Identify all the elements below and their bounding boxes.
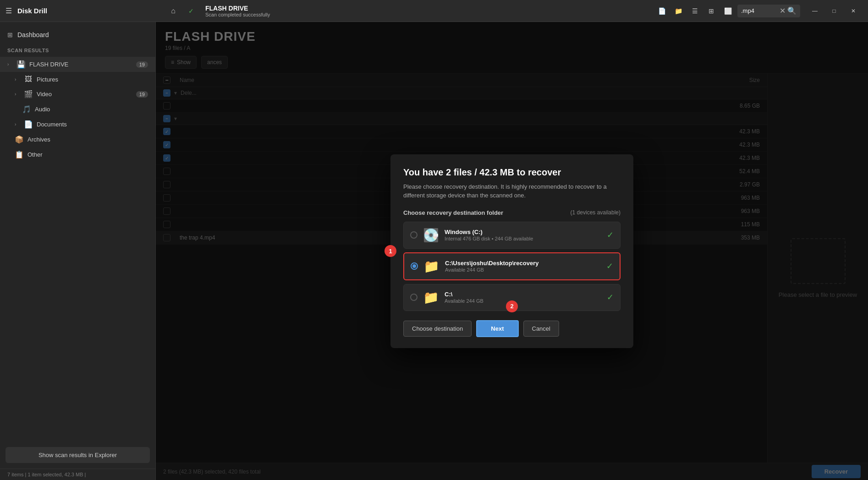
drive-name: FLASH DRIVE [205,5,270,12]
folder-icon-desktop-recovery: 📁 [423,259,439,274]
sidebar-item-other[interactable]: 📋 Other [0,147,155,162]
sidebar-label-video: Video [37,91,132,98]
dashboard-button[interactable]: ⊞ Dashboard [0,27,155,42]
sidebar-item-video[interactable]: › 🎬 Video 19 [0,87,155,102]
sidebar-label-documents: Documents [37,121,148,128]
chevron-icon: › [7,62,13,67]
check-icon-desktop-recovery: ✓ [606,261,613,271]
sidebar-item-documents[interactable]: › 📄 Documents [0,117,155,132]
dest-sub-c-root: Available 244 GB [445,298,601,304]
close-button[interactable]: ✕ [844,4,863,18]
search-box[interactable]: ✕ 🔍 [737,5,800,17]
maximize-button[interactable]: □ [825,4,843,18]
sidebar-item-pictures[interactable]: › 🖼 Pictures [0,72,155,87]
documents-icon: 📄 [24,120,33,129]
title-bar-left: ☰ Disk Drill [5,6,161,15]
sidebar-item-archives[interactable]: 📦 Archives [0,132,155,147]
hamburger-icon[interactable]: ☰ [5,6,12,15]
list-icon[interactable]: ☰ [688,4,702,18]
dest-info-desktop-recovery: C:\Users\joshu\Desktop\recovery Availabl… [445,260,601,273]
modal-overlay: 1 You have 2 files / 42.3 MB to recover … [156,22,868,480]
check-icon-windows-c: ✓ [607,230,614,240]
folder-icon[interactable]: 📁 [671,4,685,18]
modal-devices-count: (1 devices available) [571,209,621,216]
chevron-icon: › [15,122,20,127]
show-explorer-button[interactable]: Show scan results in Explorer [5,447,150,463]
radio-button-c-root[interactable] [410,294,418,301]
radio-button-desktop-recovery[interactable] [411,262,418,270]
title-bar-icons: 📄 📁 ☰ ⊞ ⬜ ✕ 🔍 [655,4,800,18]
chevron-icon: › [15,77,20,82]
other-icon: 📋 [15,150,24,159]
content-area: FLASH DRIVE 19 files / A ≡ Show ances − [156,22,868,480]
sidebar: ⊞ Dashboard Scan results › 💾 FLASH DRIVE… [0,22,156,480]
check-icon-c-root: ✓ [607,292,614,302]
sidebar-item-flash-drive[interactable]: › 💾 FLASH DRIVE 19 [0,57,155,72]
sidebar-item-audio[interactable]: 🎵 Audio [0,102,155,117]
app-title: Disk Drill [17,7,47,15]
cancel-button[interactable]: Cancel [523,321,559,337]
dest-sub-windows-c: Internal 476 GB disk • 244 GB available [445,236,601,241]
dest-name-desktop-recovery: C:\Users\joshu\Desktop\recovery [445,260,601,267]
audio-icon: 🎵 [22,105,31,114]
search-icon[interactable]: 🔍 [787,6,797,15]
chevron-icon: › [15,92,20,97]
dashboard-label: Dashboard [17,31,49,38]
grid-icon[interactable]: ⊞ [704,4,718,18]
dest-info-windows-c: Windows (C:) Internal 476 GB disk • 244 … [445,229,601,241]
dest-name-c-root: C:\ [445,291,601,298]
radio-button-windows-c[interactable] [410,231,418,239]
video-icon: 🎬 [24,90,33,98]
sidebar-badge-flash-drive: 19 [136,61,148,68]
scan-status: FLASH DRIVE Scan completed successfully [205,5,270,17]
modal-title: You have 2 files / 42.3 MB to recover [403,167,621,178]
scan-subtitle: Scan completed successfully [205,12,270,17]
modal-footer: Choose destination Next Cancel [403,320,621,337]
destination-item-desktop-recovery[interactable]: 📁 C:\Users\joshu\Desktop\recovery Availa… [403,252,621,280]
sidebar-label-pictures: Pictures [37,76,148,83]
main-layout: ⊞ Dashboard Scan results › 💾 FLASH DRIVE… [0,22,868,480]
sidebar-label-audio: Audio [35,106,148,113]
search-input[interactable] [741,7,778,14]
home-button[interactable]: ⌂ [166,4,181,18]
dest-sub-desktop-recovery: Available 244 GB [445,267,601,273]
archives-icon: 📦 [15,135,24,144]
drive-icon: 💾 [16,60,26,69]
verified-icon: ✓ [184,4,198,18]
dest-name-windows-c: Windows (C:) [445,229,601,235]
minimize-button[interactable]: — [806,4,824,18]
sidebar-spacer [0,162,155,442]
sidebar-label-other: Other [27,151,148,158]
sidebar-label-archives: Archives [27,136,148,143]
recovery-destination-modal: 1 You have 2 files / 42.3 MB to recover … [390,154,633,348]
radio-inner [412,264,416,268]
sidebar-badge-video: 19 [136,91,148,98]
modal-section-title: Choose recovery destination folder (1 de… [403,209,621,216]
dashboard-icon: ⊞ [7,31,13,38]
file-icon[interactable]: 📄 [655,4,669,18]
layout-icon[interactable]: ⬜ [721,4,735,18]
folder-icon-c-root: 📁 [423,290,439,305]
choose-destination-button[interactable]: Choose destination [403,321,472,337]
title-bar-center: ⌂ ✓ FLASH DRIVE Scan completed successfu… [161,4,800,18]
sidebar-label-flash-drive: FLASH DRIVE [29,61,132,68]
destination-item-windows-c[interactable]: 💽 Windows (C:) Internal 476 GB disk • 24… [403,222,621,249]
scan-results-section-title: Scan results [0,46,155,57]
window-controls: — □ ✕ [806,4,863,18]
title-bar: ☰ Disk Drill ⌂ ✓ FLASH DRIVE Scan comple… [0,0,868,22]
drive-icon-windows: 💽 [423,228,439,243]
modal-section-label: Choose recovery destination folder [403,209,503,216]
dest-info-c-root: C:\ Available 244 GB [445,291,601,304]
step-badge-2: 2 [506,300,518,312]
step-badge-1: 1 [385,245,396,257]
sidebar-status-bar: 7 items | 1 item selected, 42.3 MB | [0,469,155,480]
modal-description: Please choose recovery destination. It i… [403,182,621,200]
pictures-icon: 🖼 [24,75,33,83]
clear-search-icon[interactable]: ✕ [780,6,786,15]
next-button[interactable]: Next [476,320,518,337]
